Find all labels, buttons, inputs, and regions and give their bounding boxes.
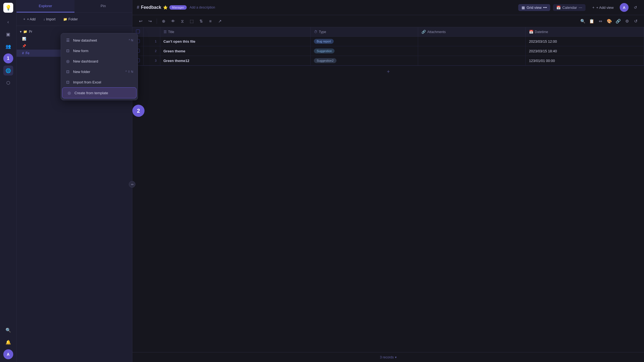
folder-emoji-icon: 📁 — [23, 30, 27, 34]
row-title-1[interactable]: Can't open this file — [160, 37, 311, 46]
folder-button[interactable]: 📁 Folder — [60, 15, 81, 23]
table-description[interactable]: Add a description — [189, 6, 215, 9]
table-hash-icon: # — [137, 5, 139, 10]
row-attachments-2[interactable] — [418, 46, 526, 56]
refresh-button[interactable]: ↺ — [632, 17, 640, 25]
import-button[interactable]: ↓ Import — [41, 15, 58, 23]
row-type-3[interactable]: Suggestion2 — [311, 56, 418, 66]
avatar-label: A — [7, 352, 9, 356]
calendar-tool-icon: 📋 — [589, 19, 594, 24]
row-title-3[interactable]: Green theme12 — [160, 56, 311, 66]
template-icon: ◎ — [67, 90, 72, 95]
new-form-label: New form — [73, 49, 89, 53]
table-area: # Feedback ⭐ Manager Add a description ▦… — [132, 0, 644, 362]
toolbar: ↩ ↪ ⊕ 👁 ⧖ ⬚ ⇅ ≡ — [132, 15, 644, 27]
sidebar-item-step1[interactable]: 1 — [3, 53, 13, 63]
top-bar-right: ▦ Grid view ••• 📅 Calendar ⋯ ＋ + Add vie… — [518, 3, 640, 12]
menu-item-create-template[interactable]: ◎ Create from template — [62, 87, 137, 98]
link-button[interactable]: 🔗 — [614, 17, 622, 25]
menu-item-new-form[interactable]: ⊡ New form — [61, 45, 138, 56]
top-bar-avatar[interactable]: A — [620, 3, 629, 12]
row-type-1[interactable]: Bug report — [311, 37, 418, 46]
search-button[interactable]: 🔍 — [3, 325, 13, 335]
datasheet-icon: ☰ — [65, 38, 70, 43]
row-height-button[interactable]: ≡ — [207, 17, 214, 25]
collapse-panel-icon: ⇔ — [131, 183, 133, 186]
add-row-button[interactable]: ＋ — [132, 66, 644, 77]
add-button[interactable]: ＋ + Add — [20, 15, 38, 23]
hide-fields-button[interactable]: 👁 — [169, 17, 177, 25]
panel-collapse-button[interactable]: ⇔ — [129, 181, 135, 188]
search-records-button[interactable]: 🔍 — [579, 17, 587, 25]
table-title: Feedback — [141, 5, 161, 10]
notifications-button[interactable]: 🔔 — [3, 337, 13, 347]
sidebar-item-explore[interactable]: 🌐 — [3, 66, 13, 75]
pin-icon: 📌 — [22, 44, 26, 48]
dashboard-icon: ◎ — [65, 59, 70, 64]
table-header-row: ☰ Title ⏱ Type 🔗 — [132, 27, 644, 37]
sidebar-bottom: 🔍 🔔 A — [3, 325, 13, 359]
undo-button[interactable]: ↩ — [137, 17, 145, 25]
star-icon[interactable]: ⭐ — [163, 5, 168, 10]
grid-view-button[interactable]: ▦ Grid view ••• — [518, 4, 550, 11]
menu-item-new-folder[interactable]: ⊡ New folder ^ ⇧ N — [61, 66, 138, 77]
link-icon: 🔗 — [616, 19, 621, 24]
table-body: 1 Can't open this file Bug report 2023/0… — [132, 37, 644, 66]
user-avatar[interactable]: A — [3, 349, 13, 359]
tab-explorer[interactable]: Explorer — [17, 0, 74, 12]
menu-item-new-dashboard[interactable]: ◎ New dashboard — [61, 56, 138, 66]
expand-button[interactable]: ⇔ — [597, 17, 604, 25]
add-record-button[interactable]: ⊕ — [160, 17, 167, 25]
step2-label: 2 — [137, 108, 140, 114]
row-attachments-3[interactable] — [418, 56, 526, 66]
folder-icon: 📁 — [63, 17, 67, 21]
calendar-tool-button[interactable]: 📋 — [588, 17, 595, 25]
color-icon: 🎨 — [607, 19, 612, 24]
attachments-col-icon: 🔗 — [421, 30, 426, 34]
filter-button[interactable]: ⧖ — [178, 17, 186, 25]
redo-button[interactable]: ↪ — [146, 17, 154, 25]
type-column-header[interactable]: ⏱ Type — [311, 27, 418, 37]
sort-button[interactable]: ⇅ — [197, 17, 205, 25]
row-attachments-1[interactable] — [418, 37, 526, 46]
share-icon: ↗ — [218, 19, 222, 24]
title-column-header[interactable]: ☰ Title — [160, 27, 311, 37]
automation-button[interactable]: ⚙ — [623, 17, 631, 25]
plus-icon: ＋ — [23, 17, 26, 21]
chevron-down-icon: ▾ — [20, 30, 22, 34]
form-icon: ⊡ — [65, 48, 70, 53]
app-logo[interactable]: 💡 — [3, 3, 13, 13]
sidebar-item-members[interactable]: 👥 — [3, 41, 13, 51]
group-button[interactable]: ⬚ — [188, 17, 196, 25]
calendar-view-button[interactable]: 📅 Calendar ⋯ — [553, 4, 586, 11]
new-dashboard-label: New dashboard — [73, 59, 98, 63]
group-icon: ⬚ — [190, 19, 194, 24]
select-all-checkbox[interactable] — [136, 29, 140, 33]
top-bar: # Feedback ⭐ Manager Add a description ▦… — [132, 0, 644, 15]
datetime-col-icon: 📅 — [529, 30, 533, 34]
add-view-button[interactable]: ＋ + Add view — [588, 4, 617, 11]
plus-circle-icon: ⊕ — [162, 19, 165, 24]
record-count: 3 records — [380, 355, 394, 359]
datetime-column-header[interactable]: 📅 Datetime — [526, 27, 644, 37]
caret-icon: ▾ — [395, 355, 397, 359]
attachments-column-header[interactable]: 🔗 Attachments — [418, 27, 526, 37]
row-title-2[interactable]: Green theme — [160, 46, 311, 56]
step1-label: 1 — [7, 56, 9, 61]
step2-badge: 2 — [132, 105, 145, 117]
row-type-2[interactable]: Suggestion — [311, 46, 418, 56]
sidebar-item-workspace[interactable]: ▣ — [3, 29, 13, 39]
folder-label: Pr — [29, 30, 32, 34]
share-button[interactable]: ↗ — [216, 17, 224, 25]
workspace-icon: ▣ — [6, 32, 10, 37]
sync-button[interactable]: ↺ — [631, 3, 640, 12]
color-button[interactable]: 🎨 — [605, 17, 613, 25]
menu-item-new-datasheet[interactable]: ☰ New datasheet ^ N — [61, 35, 138, 45]
chart-icon: 📊 — [22, 37, 26, 41]
bell-icon: 🔔 — [6, 340, 11, 345]
sidebar-item-settings[interactable]: ⬡ — [3, 78, 13, 88]
row-height-icon: ≡ — [209, 19, 212, 23]
menu-item-import-excel[interactable]: ⊡ Import from Excel — [61, 77, 138, 87]
sidebar-item-collapse[interactable]: ‹ — [3, 17, 13, 27]
tab-pin[interactable]: Pin — [74, 0, 132, 12]
